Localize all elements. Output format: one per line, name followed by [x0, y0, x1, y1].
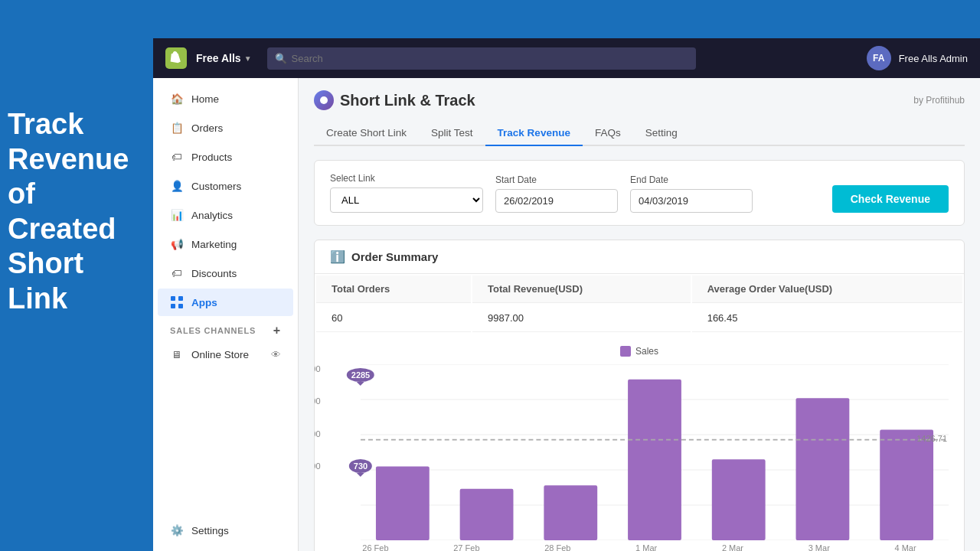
- val-total-revenue: 9987.00: [472, 305, 691, 332]
- summary-data-row: 60 9987.00 166.45: [316, 305, 962, 332]
- check-revenue-button[interactable]: Check Revenue: [832, 185, 949, 213]
- order-summary-title: Order Summary: [351, 250, 438, 263]
- home-icon: 🏠: [170, 92, 184, 106]
- app-name: Short Link & Track: [340, 92, 475, 109]
- sidebar-label-online-store: Online Store: [191, 349, 249, 360]
- filter-start-group: Start Date: [495, 174, 618, 213]
- y-label-0: 0: [314, 527, 321, 536]
- app-by-label: by Profitihub: [913, 95, 965, 106]
- app-title: Short Link & Track: [314, 90, 475, 110]
- chart-area: Sales 2,500 2,000 1,500 1,000 500 0: [315, 334, 964, 551]
- svg-rect-3: [178, 304, 183, 308]
- x-label-4mar: 4 Mar: [894, 543, 916, 551]
- info-icon: ℹ️: [330, 249, 345, 264]
- search-input[interactable]: [267, 47, 696, 70]
- dashed-line-label: 1426.71: [916, 434, 947, 443]
- x-axis-labels: 26 Feb 27 Feb 28 Feb 1 Mar 2 Mar 3 Mar 4…: [330, 543, 949, 551]
- sidebar-label-apps: Apps: [191, 297, 217, 308]
- sidebar-item-products[interactable]: 🏷 Products: [158, 143, 293, 171]
- svg-rect-1: [178, 296, 183, 301]
- sidebar-item-orders[interactable]: 📋 Orders: [158, 114, 293, 142]
- chart-svg: [361, 364, 949, 540]
- sidebar-item-home[interactable]: 🏠 Home: [158, 85, 293, 112]
- sidebar-item-apps[interactable]: Apps: [158, 289, 293, 316]
- legend-color-sales: [620, 346, 631, 357]
- sidebar-label-home: Home: [191, 93, 219, 105]
- col-total-orders: Total Orders: [316, 276, 471, 303]
- tab-track-revenue[interactable]: Track Revenue: [485, 121, 583, 146]
- summary-header-row: Total Orders Total Revenue(USD) Average …: [316, 276, 962, 303]
- admin-name: Free Alls Admin: [899, 53, 968, 64]
- sales-channels-label: SALES CHANNELS +: [153, 317, 298, 340]
- tabs: Create Short Link Split Test Track Reven…: [314, 121, 965, 146]
- sidebar-label-settings: Settings: [191, 525, 229, 536]
- sidebar-label-analytics: Analytics: [191, 210, 233, 221]
- discounts-icon: 🏷: [170, 266, 184, 280]
- shopify-logo: [165, 47, 187, 69]
- legend-label-sales: Sales: [635, 346, 658, 357]
- bar-2mar: [712, 459, 766, 540]
- col-avg-order: Average Order Value(USD): [692, 276, 962, 303]
- order-summary-header: ℹ️ Order Summary: [315, 240, 964, 274]
- x-label-2mar: 2 Mar: [722, 543, 743, 551]
- x-label-27feb: 27 Feb: [453, 543, 479, 551]
- tab-setting[interactable]: Setting: [633, 121, 690, 146]
- bar-27feb: [460, 489, 514, 540]
- tab-split-test[interactable]: Split Test: [419, 121, 485, 146]
- filter-link-group: Select Link ALL: [330, 173, 483, 213]
- sidebar-item-analytics[interactable]: 📊 Analytics: [158, 201, 293, 229]
- marketing-icon: 📢: [170, 237, 184, 251]
- bar-1mar: [628, 380, 681, 540]
- filter-start-input[interactable]: [495, 189, 618, 213]
- products-icon: 🏷: [170, 150, 184, 164]
- y-label-1500: 1,500: [314, 429, 321, 439]
- customers-icon: 👤: [170, 179, 184, 193]
- online-store-actions: 👁: [271, 349, 281, 360]
- sidebar-label-orders: Orders: [191, 122, 223, 134]
- filter-end-label: End Date: [630, 174, 753, 185]
- settings-icon: ⚙️: [170, 523, 184, 537]
- sidebar-bottom: ⚙️ Settings: [153, 516, 298, 551]
- chart-legend: Sales: [330, 346, 949, 357]
- search-icon: 🔍: [275, 53, 287, 64]
- sidebar-item-settings[interactable]: ⚙️ Settings: [158, 517, 293, 544]
- sidebar-item-online-store[interactable]: 🖥 Online Store 👁: [158, 341, 293, 368]
- col-total-revenue: Total Revenue(USD): [472, 276, 691, 303]
- y-label-2000: 2,000: [314, 396, 321, 406]
- x-label-3mar: 3 Mar: [808, 543, 830, 551]
- bg-decorative-text: TrackRevenueofCreatedShortLink: [8, 107, 153, 317]
- store-dropdown-icon: ▼: [244, 54, 252, 63]
- x-label-1mar: 1 Mar: [635, 543, 657, 551]
- sidebar-label-products: Products: [191, 152, 232, 163]
- app-shell: Free Alls ▼ 🔍 FA Free Alls Admin 🏠 Home …: [153, 38, 980, 551]
- filter-row: Select Link ALL Start Date End Date Chec…: [314, 160, 965, 226]
- y-label-1000: 1,000: [314, 461, 321, 471]
- store-name[interactable]: Free Alls ▼: [196, 52, 252, 64]
- tab-faqs[interactable]: FAQs: [583, 121, 633, 146]
- filter-link-select[interactable]: ALL: [330, 187, 483, 213]
- app-header: Short Link & Track by Profitihub: [314, 90, 965, 110]
- bar-28feb: [544, 485, 597, 540]
- analytics-icon: 📊: [170, 208, 184, 222]
- sidebar-label-discounts: Discounts: [191, 268, 237, 279]
- content-area: 🏠 Home 📋 Orders 🏷 Products 👤 Customers 📊…: [153, 78, 980, 551]
- svg-rect-2: [171, 304, 175, 308]
- val-avg-order: 166.45: [692, 305, 962, 332]
- sidebar: 🏠 Home 📋 Orders 🏷 Products 👤 Customers 📊…: [153, 78, 299, 551]
- sidebar-item-customers[interactable]: 👤 Customers: [158, 172, 293, 200]
- add-channel-button[interactable]: +: [273, 324, 281, 337]
- sidebar-item-marketing[interactable]: 📢 Marketing: [158, 230, 293, 258]
- online-store-eye-icon[interactable]: 👁: [271, 349, 281, 360]
- y-axis-labels: 2,500 2,000 1,500 1,000 500 0: [314, 364, 321, 551]
- filter-end-input[interactable]: [630, 189, 753, 213]
- tab-create-short-link[interactable]: Create Short Link: [314, 121, 419, 146]
- filter-start-label: Start Date: [495, 174, 618, 185]
- y-label-2500: 2,500: [314, 364, 321, 373]
- sidebar-label-customers: Customers: [191, 181, 241, 192]
- sidebar-label-marketing: Marketing: [191, 239, 237, 250]
- summary-table: Total Orders Total Revenue(USD) Average …: [315, 274, 964, 334]
- sidebar-item-discounts[interactable]: 🏷 Discounts: [158, 259, 293, 287]
- main-panel: Short Link & Track by Profitihub Create …: [299, 78, 980, 551]
- app-logo-icon: [314, 90, 334, 110]
- apps-icon: [170, 295, 184, 309]
